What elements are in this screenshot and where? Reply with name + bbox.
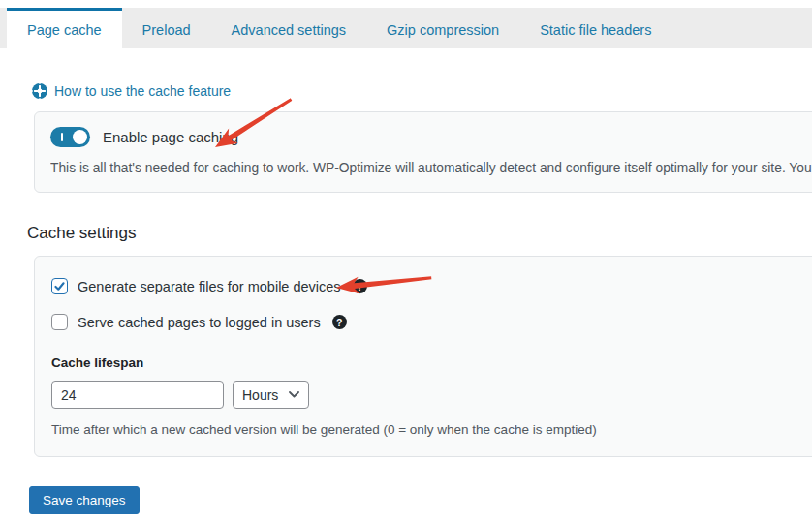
logged-in-users-checkbox-row[interactable]: Serve cached pages to logged in users ? xyxy=(51,314,347,330)
enable-page-caching-label: Enable page caching xyxy=(103,129,238,145)
mobile-devices-checkbox[interactable] xyxy=(51,278,68,294)
tab-page-cache[interactable]: Page cache xyxy=(7,8,122,48)
enable-caching-description: This is all that's needed for caching to… xyxy=(50,161,812,175)
life-ring-icon xyxy=(32,83,47,99)
tab-preload[interactable]: Preload xyxy=(122,8,211,48)
logged-in-users-checkbox[interactable] xyxy=(51,314,68,330)
save-changes-button[interactable]: Save changes xyxy=(29,486,140,514)
tab-gzip-compression[interactable]: Gzip compression xyxy=(366,8,519,48)
cache-lifespan-input[interactable] xyxy=(51,381,224,409)
logged-in-users-label: Serve cached pages to logged in users xyxy=(78,315,321,330)
cache-lifespan-helper-text: Time after which a new cached version wi… xyxy=(51,422,812,437)
help-link[interactable]: How to use the cache feature xyxy=(32,83,231,99)
mobile-devices-help-icon[interactable]: ? xyxy=(353,279,367,293)
enable-caching-panel: Enable page caching This is all that's n… xyxy=(34,111,812,193)
unit-select-value: Hours xyxy=(242,387,278,403)
help-link-label: How to use the cache feature xyxy=(54,83,231,99)
tab-bar: Page cache Preload Advanced settings Gzi… xyxy=(0,8,812,48)
cache-settings-panel: Generate separate files for mobile devic… xyxy=(34,256,812,457)
tab-advanced-settings[interactable]: Advanced settings xyxy=(211,8,367,48)
toggle-on-mark xyxy=(61,133,63,141)
toggle-knob xyxy=(73,130,87,144)
cache-lifespan-label: Cache lifespan xyxy=(51,355,812,370)
cache-settings-heading: Cache settings xyxy=(27,224,812,243)
mobile-devices-checkbox-row[interactable]: Generate separate files for mobile devic… xyxy=(51,278,367,294)
checkmark-icon xyxy=(53,280,66,292)
enable-page-caching-toggle[interactable] xyxy=(50,127,90,147)
chevron-down-icon xyxy=(289,391,299,398)
tab-static-file-headers[interactable]: Static file headers xyxy=(519,8,671,48)
mobile-devices-label: Generate separate files for mobile devic… xyxy=(78,279,341,294)
cache-lifespan-unit-select[interactable]: Hours xyxy=(233,381,309,409)
logged-in-users-help-icon[interactable]: ? xyxy=(332,315,347,329)
